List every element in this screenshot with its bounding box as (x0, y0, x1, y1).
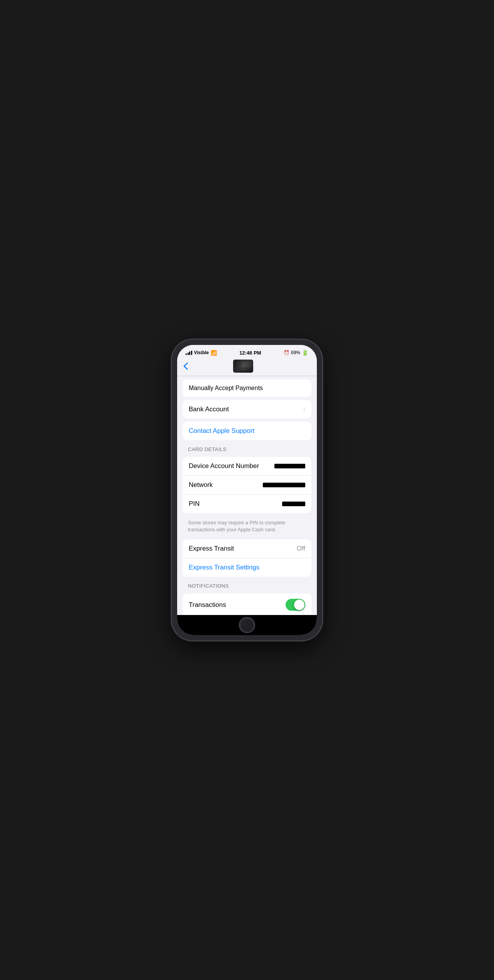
transactions-toggle-knob (294, 600, 305, 610)
pin-note: Some stores may require a PIN to complet… (177, 516, 317, 536)
express-transit-settings-label: Express Transit Settings (189, 564, 259, 571)
card-dots: ············ (242, 361, 244, 372)
device-account-number-value (274, 464, 305, 468)
notch-area: Visible 📶 12:46 PM ⏰ 69% 🔋 (177, 345, 317, 357)
transactions-item[interactable]: Transactions (183, 593, 311, 615)
bank-account-section: Bank Account › (183, 400, 311, 419)
status-left: Visible 📶 (186, 350, 217, 356)
wifi-icon: 📶 (211, 350, 217, 356)
screen: Visible 📶 12:46 PM ⏰ 69% 🔋 ···· (177, 345, 317, 635)
manually-accept-payments-item[interactable]: Manually Accept Payments (183, 379, 311, 397)
time-display: 12:46 PM (239, 350, 261, 356)
signal-bar-1 (186, 353, 187, 355)
transactions-toggle[interactable] (286, 599, 305, 611)
notifications-section: Transactions Daily Cash (183, 593, 311, 615)
bank-account-right: › (303, 406, 305, 413)
express-transit-label: Express Transit (189, 545, 234, 553)
contact-apple-item[interactable]: Contact Apple Support (183, 422, 311, 440)
pin-item: PIN (183, 495, 311, 513)
device-account-number-label: Device Account Number (189, 462, 259, 470)
device-account-number-masked (274, 464, 305, 468)
home-button-inner (240, 618, 254, 632)
phone-frame: Visible 📶 12:46 PM ⏰ 69% 🔋 ···· (172, 340, 322, 640)
device-account-number-item: Device Account Number (183, 457, 311, 476)
battery-icon: 🔋 (302, 350, 308, 356)
network-value (263, 483, 305, 487)
status-right: ⏰ 69% 🔋 (284, 350, 308, 356)
express-transit-item[interactable]: Express Transit Off (183, 539, 311, 558)
card-thumbnail: ············ (233, 360, 253, 373)
home-button[interactable] (239, 617, 255, 633)
bank-account-chevron: › (303, 406, 305, 413)
card-details-section: Device Account Number Network PIN (183, 457, 311, 513)
carrier-label: Visible (194, 350, 209, 355)
signal-bar-4 (191, 351, 192, 355)
scroll-content[interactable]: Manually Accept Payments Bank Account › … (177, 376, 317, 615)
card-details-header: CARD DETAILS (177, 443, 317, 454)
home-area (177, 615, 317, 635)
pin-label: PIN (189, 500, 200, 508)
back-button[interactable] (183, 362, 188, 370)
bank-account-label: Bank Account (189, 406, 229, 413)
network-masked (263, 483, 305, 487)
network-item: Network (183, 476, 311, 495)
notifications-header: NOTIFICATIONS (177, 580, 317, 590)
express-transit-value: Off (297, 545, 305, 553)
manually-accept-payments-label: Manually Accept Payments (189, 385, 263, 391)
transactions-label: Transactions (189, 601, 226, 609)
alarm-icon: ⏰ (284, 350, 289, 355)
battery-percent: 69% (291, 350, 300, 355)
status-bar: Visible 📶 12:46 PM ⏰ 69% 🔋 (177, 345, 317, 357)
contact-apple-label: Contact Apple Support (189, 427, 254, 435)
bank-account-item[interactable]: Bank Account › (183, 400, 311, 419)
express-transit-settings-link[interactable]: Express Transit Settings (183, 558, 311, 577)
pin-value (282, 502, 305, 506)
nav-bar: ············ (177, 357, 317, 376)
pin-masked (282, 502, 305, 506)
express-transit-section: Express Transit Off Express Transit Sett… (183, 539, 311, 577)
network-label: Network (189, 481, 213, 489)
signal-bar-2 (188, 353, 189, 355)
contact-apple-section: Contact Apple Support (183, 422, 311, 440)
signal-bar-3 (189, 351, 190, 355)
signal-bars (186, 351, 192, 355)
